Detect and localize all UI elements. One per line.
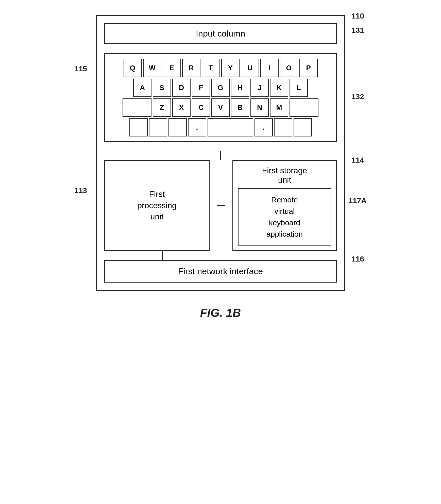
first-network-interface-label: First network interface bbox=[178, 266, 263, 276]
outer-device-box: 110 131 115 132 113 114 117A 116 Input c… bbox=[96, 15, 345, 291]
h-connector bbox=[217, 160, 225, 251]
key-G[interactable]: G bbox=[211, 79, 230, 97]
key-shift-left[interactable] bbox=[123, 98, 151, 117]
key-space[interactable] bbox=[208, 118, 253, 136]
key-P[interactable]: P bbox=[299, 59, 318, 77]
remote-vka-box: Remote virtual keyboard application bbox=[238, 188, 331, 246]
first-processing-unit-box: First processing unit bbox=[104, 160, 210, 251]
key-V[interactable]: V bbox=[211, 98, 230, 117]
key-W[interactable]: W bbox=[143, 59, 161, 77]
connector-processing-to-network bbox=[162, 251, 163, 260]
key-row-4: , . bbox=[129, 118, 312, 136]
processing-storage-row: First processing unit First storage unit… bbox=[104, 160, 337, 251]
input-column-label: Input column bbox=[196, 29, 245, 38]
ref-117a: 117A bbox=[348, 196, 367, 205]
key-extra-2[interactable] bbox=[149, 118, 167, 136]
key-L[interactable]: L bbox=[290, 79, 308, 97]
key-M[interactable]: M bbox=[270, 98, 288, 117]
key-I[interactable]: I bbox=[260, 59, 279, 77]
key-U[interactable]: U bbox=[241, 59, 259, 77]
ref-114: 114 bbox=[351, 156, 364, 164]
keyboard-area: Q W E R T Y U I O P A S D F G bbox=[104, 53, 337, 142]
first-processing-unit-label: First processing unit bbox=[137, 188, 177, 222]
ref-116: 116 bbox=[351, 255, 364, 263]
key-X[interactable]: X bbox=[172, 98, 191, 117]
ref-115: 115 bbox=[74, 64, 87, 73]
connector-keyboard-to-processing bbox=[220, 151, 221, 160]
ref-131: 131 bbox=[351, 26, 364, 34]
key-row-2: A S D F G H J K L bbox=[133, 79, 308, 97]
key-C[interactable]: C bbox=[192, 98, 210, 117]
key-S[interactable]: S bbox=[153, 79, 171, 97]
key-comma[interactable]: , bbox=[188, 118, 206, 136]
key-B[interactable]: B bbox=[231, 98, 249, 117]
key-Q[interactable]: Q bbox=[124, 59, 142, 77]
key-O[interactable]: O bbox=[280, 59, 298, 77]
key-shift-right[interactable] bbox=[290, 98, 318, 117]
keyboard-rows: Q W E R T Y U I O P A S D F G bbox=[110, 59, 331, 136]
diagram-wrapper: 110 131 115 132 113 114 117A 116 Input c… bbox=[81, 15, 360, 320]
key-Z[interactable]: Z bbox=[153, 98, 171, 117]
first-network-interface-box: First network interface bbox=[104, 260, 337, 283]
key-row-3: Z X C V B N M bbox=[123, 98, 318, 117]
key-J[interactable]: J bbox=[250, 79, 269, 97]
figure-caption: FIG. 1B bbox=[200, 306, 241, 320]
h-line bbox=[217, 205, 225, 206]
key-T[interactable]: T bbox=[202, 59, 220, 77]
key-H[interactable]: H bbox=[231, 79, 249, 97]
ref-113: 113 bbox=[74, 186, 87, 195]
remote-vka-label: Remote virtual keyboard application bbox=[266, 196, 303, 238]
key-period[interactable]: . bbox=[255, 118, 273, 136]
key-R[interactable]: R bbox=[182, 59, 200, 77]
key-row-1: Q W E R T Y U I O P bbox=[124, 59, 318, 77]
ref-132: 132 bbox=[351, 92, 364, 101]
ref-110: 110 bbox=[351, 12, 364, 20]
key-E[interactable]: E bbox=[163, 59, 181, 77]
input-column-box: Input column bbox=[104, 23, 337, 44]
key-extra-4[interactable] bbox=[274, 118, 292, 136]
key-Y[interactable]: Y bbox=[221, 59, 240, 77]
first-storage-unit-label: First storage unit bbox=[262, 166, 307, 185]
key-extra-1[interactable] bbox=[129, 118, 148, 136]
key-K[interactable]: K bbox=[270, 79, 288, 97]
key-F[interactable]: F bbox=[192, 79, 210, 97]
key-D[interactable]: D bbox=[172, 79, 191, 97]
first-storage-unit-box: First storage unit Remote virtual keyboa… bbox=[232, 160, 337, 251]
key-extra-3[interactable] bbox=[168, 118, 187, 136]
key-A[interactable]: A bbox=[133, 79, 151, 97]
key-extra-5[interactable] bbox=[294, 118, 312, 136]
key-N[interactable]: N bbox=[250, 98, 269, 117]
